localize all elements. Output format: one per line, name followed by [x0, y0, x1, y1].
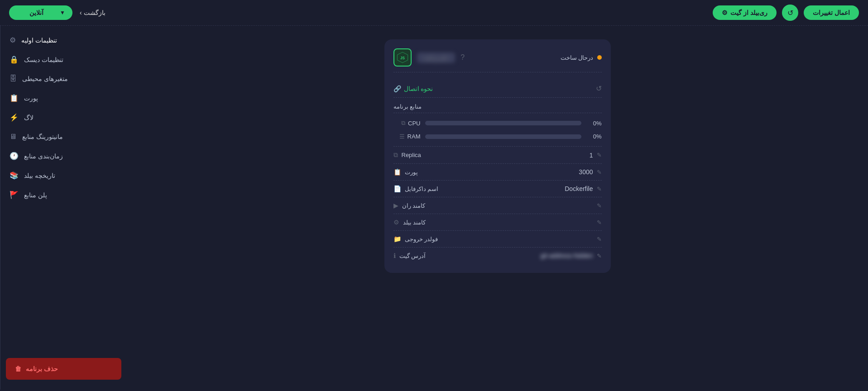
- replica-value: 1: [590, 152, 593, 159]
- lock-icon: 🔒: [10, 55, 19, 64]
- sidebar-item-env-vars[interactable]: متغیرهای محیطی 🗄: [0, 69, 127, 88]
- port-left: ✎ 3000: [579, 168, 601, 176]
- cpu-label-text: CPU: [408, 120, 420, 127]
- flag-icon: 🚩: [10, 191, 19, 199]
- cpu-copy-icon[interactable]: ⧉: [401, 119, 405, 127]
- main-layout: درحال ساخت ? نام برنامه JS ↺: [0, 26, 868, 390]
- port-edit-icon[interactable]: ✎: [597, 169, 602, 176]
- connection-link[interactable]: نحوه اتصال 🔗: [393, 85, 433, 92]
- sidebar-item-resource-monitoring[interactable]: مانیتورینگ منابع 🖥: [0, 127, 127, 146]
- gear-icon: ⚙: [722, 9, 728, 16]
- apply-changes-button[interactable]: اعمال تغییرات: [804, 5, 859, 20]
- status-dropdown[interactable]: ▼ آنلاین: [9, 5, 72, 20]
- sidebar-label-resource-monitoring: مانیتورینگ منابع: [22, 133, 63, 140]
- build-cmd-row: ✎ کامند بیلد ⚙: [393, 214, 602, 230]
- delete-app-button[interactable]: حذف برنامه 🗑: [6, 358, 121, 380]
- sidebar: تنظیمات اولیه ⚙ تنظیمات دیسک 🔒 متغیرهای …: [0, 26, 127, 390]
- connection-row: ↺ نحوه اتصال 🔗: [393, 80, 602, 98]
- status-dot: [597, 55, 602, 60]
- refresh-button[interactable]: ↺: [782, 5, 798, 21]
- resources-title-text: منابع برنامه: [393, 103, 422, 110]
- replica-icon: ⧉: [393, 151, 398, 159]
- sidebar-label-ports: پورت: [24, 95, 38, 102]
- ram-label-text: RAM: [408, 133, 421, 140]
- help-icon: ?: [460, 53, 465, 62]
- connection-refresh-icon[interactable]: ↺: [596, 84, 602, 93]
- run-cmd-right: کامند ران ▶: [393, 202, 426, 209]
- monitor-icon: 🖥: [10, 133, 17, 141]
- svg-text:JS: JS: [400, 56, 405, 60]
- sidebar-item-basic-settings[interactable]: تنظیمات اولیه ⚙: [0, 30, 127, 50]
- ram-copy-icon[interactable]: ☰: [399, 133, 405, 140]
- clock-icon: 🕐: [10, 152, 19, 160]
- refresh-icon: ↺: [787, 9, 793, 17]
- dockerfile-right: اسم داکرفایل 📄: [393, 185, 439, 192]
- sidebar-label-logs: لاگ: [24, 114, 34, 121]
- cpu-value: 0%: [586, 120, 602, 127]
- run-cmd-label: کامند ران: [402, 202, 426, 209]
- run-cmd-row: ✎ کامند ران ▶: [393, 197, 602, 214]
- sidebar-item-disk-settings[interactable]: تنظیمات دیسک 🔒: [0, 50, 127, 69]
- dockerfile-row: ✎ Dockerfile اسم داکرفایل 📄: [393, 180, 602, 197]
- ram-label: RAM ☰: [393, 133, 421, 140]
- rebuild-label: ری‌بیلد از گیت: [730, 9, 767, 16]
- git-addr-edit-icon[interactable]: ✎: [597, 253, 602, 259]
- resources-title: منابع برنامه: [393, 103, 602, 113]
- output-folder-edit-icon[interactable]: ✎: [597, 236, 602, 243]
- sidebar-item-resource-plan[interactable]: پلن منابع 🚩: [0, 185, 127, 205]
- apply-changes-label: اعمال تغییرات: [813, 9, 850, 16]
- dockerfile-edit-icon[interactable]: ✎: [597, 186, 602, 192]
- dockerfile-left: ✎ Dockerfile: [565, 185, 601, 192]
- port-icon: 📋: [393, 168, 401, 176]
- build-cmd-right: کامند بیلد ⚙: [393, 219, 426, 226]
- port-value: 3000: [579, 168, 593, 176]
- build-cmd-label: کامند بیلد: [403, 219, 426, 226]
- replica-edit-icon[interactable]: ✎: [597, 152, 602, 158]
- sidebar-item-logs[interactable]: لاگ ⚡: [0, 108, 127, 127]
- card-header-right: ? نام برنامه JS: [393, 48, 465, 67]
- rebuild-button[interactable]: ری‌بیلد از گیت ⚙: [713, 5, 777, 20]
- run-cmd-left: ✎: [597, 202, 602, 209]
- book-icon: 📚: [10, 171, 19, 180]
- replica-left: ✎ 1: [590, 152, 602, 159]
- build-cmd-icon: ⚙: [393, 219, 399, 226]
- ram-value: 0%: [586, 133, 602, 140]
- git-addr-left: ✎ git-address-hidden: [541, 252, 602, 259]
- output-folder-row: ✎ فولدر خروجی 📁: [393, 230, 602, 247]
- chevron-down-icon: ▼: [60, 10, 65, 16]
- sidebar-item-build-history[interactable]: تاریخچه بیلد 📚: [0, 166, 127, 185]
- database-icon: 🗄: [10, 75, 17, 83]
- output-folder-left: ✎: [597, 236, 602, 243]
- app-name: نام برنامه: [417, 52, 456, 63]
- dockerfile-icon: 📄: [393, 185, 401, 192]
- link-icon: 🔗: [393, 85, 401, 92]
- sidebar-item-resource-schedule[interactable]: زمان‌بندی منابع 🕐: [0, 146, 127, 166]
- cpu-label: CPU ⧉: [393, 119, 421, 127]
- run-cmd-edit-icon[interactable]: ✎: [597, 202, 602, 209]
- port-row: ✎ 3000 پورت 📋: [393, 163, 602, 180]
- app-card: درحال ساخت ? نام برنامه JS ↺: [384, 39, 611, 273]
- card-header-left: درحال ساخت: [561, 54, 602, 61]
- build-cmd-left: ✎: [597, 219, 602, 226]
- replica-right: Replica ⧉: [393, 151, 421, 159]
- build-cmd-edit-icon[interactable]: ✎: [597, 219, 602, 226]
- sidebar-label-basic-settings: تنظیمات اولیه: [21, 37, 57, 44]
- sidebar-label-resource-plan: پلن منابع: [24, 191, 47, 199]
- dockerfile-label: اسم داکرفایل: [405, 186, 439, 192]
- clipboard-icon: 📋: [10, 94, 19, 102]
- output-folder-icon: 📁: [393, 235, 401, 243]
- output-folder-right: فولدر خروجی 📁: [393, 235, 438, 243]
- back-link[interactable]: بازگشت ›: [80, 9, 106, 16]
- topbar-right: بازگشت › ▼ آنلاین: [9, 5, 106, 20]
- port-label: پورت: [405, 169, 418, 176]
- dockerfile-value: Dockerfile: [565, 185, 593, 192]
- delete-app-label: حذف برنامه: [26, 365, 58, 372]
- sidebar-label-build-history: تاریخچه بیلد: [24, 172, 55, 179]
- sidebar-item-ports[interactable]: پورت 📋: [0, 88, 127, 108]
- git-addr-label: آدرس گیت: [399, 253, 426, 259]
- cpu-row: 0% CPU ⧉: [393, 119, 602, 127]
- content-area: درحال ساخت ? نام برنامه JS ↺: [127, 26, 868, 390]
- back-label: بازگشت: [84, 9, 106, 16]
- trash-icon: 🗑: [15, 365, 21, 372]
- replica-row: ✎ 1 Replica ⧉: [393, 146, 602, 163]
